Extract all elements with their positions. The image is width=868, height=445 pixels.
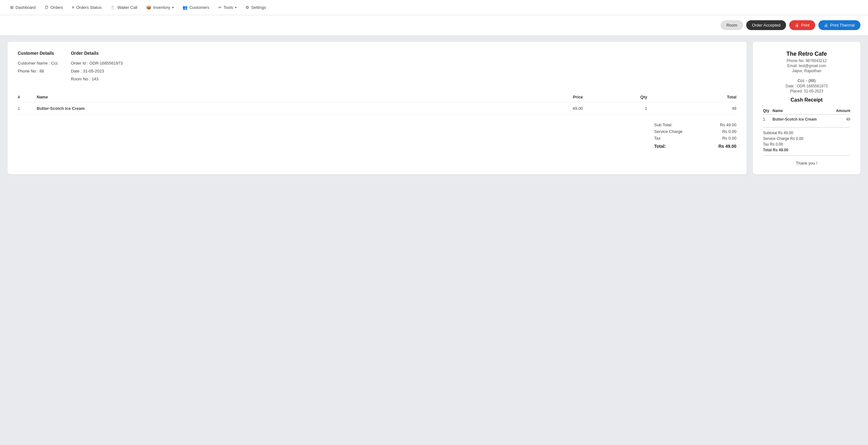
receipt-service: Service Charge Rs 0.00 (763, 137, 850, 141)
receipt-col-name: Name (772, 107, 831, 115)
receipt-phone-value: 9876543212 (806, 59, 827, 63)
print-icon: 🖨 (795, 23, 799, 28)
thermal-icon: 🖨 (824, 23, 828, 28)
customer-name-label: Customer Name : (18, 61, 51, 65)
nav-customers-label: Customers (189, 5, 209, 10)
print-button[interactable]: 🖨 Print (789, 20, 815, 30)
room-button[interactable]: Room (721, 20, 743, 30)
col-num: # (18, 92, 37, 102)
order-room-value: 143 (92, 77, 99, 81)
order-table-row: 1 Butter-Scotch Ice Cream 49.00 1 49 (18, 102, 736, 115)
receipt-placed-label: Placed: (790, 89, 804, 93)
nav-inventory[interactable]: 📦 Inventory ▾ (142, 3, 177, 12)
order-details-section: Order Details Order Id : ODR-1685561973 … (71, 51, 123, 85)
waiter-call-icon: 🍴 (111, 5, 116, 10)
service-row: Service Charge Rs 0.00 (654, 129, 736, 134)
receipt-placed: Placed: 31-05-2023 (763, 89, 850, 93)
receipt-card: The Retro Cafe Phone No: 9876543212 Emai… (753, 42, 860, 174)
receipt-cash-title: Cash Receipt (763, 97, 850, 103)
tools-arrow-icon: ▾ (235, 6, 237, 9)
receipt-cafe-name: The Retro Cafe (763, 51, 850, 57)
receipt-divider (763, 127, 850, 127)
receipt-col-qty: Qty (763, 107, 772, 115)
order-id-row: Order Id : ODR-1685561973 (71, 61, 123, 65)
receipt-divider-2 (763, 155, 850, 156)
nav-waiter-call-label: Waiter Call (117, 5, 137, 10)
dashboard-icon: ⊞ (10, 5, 13, 10)
main-content: Customer Details Customer Name : Ccc Pho… (0, 35, 868, 181)
item-total: 49 (647, 102, 736, 115)
order-date-row: Date : 31-05-2023 (71, 69, 123, 73)
totals-section: Sub Total: Rs 49.00 Service Charge Rs 0.… (18, 122, 736, 151)
service-label: Service Charge (654, 129, 683, 134)
order-top-section: Customer Details Customer Name : Ccc Pho… (18, 51, 736, 85)
tax-row: Tax Rs 0.00 (654, 136, 736, 141)
col-name: Name (37, 92, 487, 102)
receipt-col-amount: Amount (831, 107, 850, 115)
nav-dashboard-label: Dashboard (16, 5, 36, 10)
grand-total-row: Total: Rs 49.00 (654, 144, 736, 149)
customer-phone-label: Phone No : (18, 69, 39, 73)
action-bar: Room Order Accepted 🖨 Print 🖨 Print Ther… (0, 15, 868, 35)
nav-tools-label: Tools (224, 5, 233, 10)
receipt-items-table: Qty Name Amount 1 Butter-Scotch Ice Crea… (763, 107, 850, 124)
nav-settings[interactable]: ⚙ Settings (242, 3, 270, 12)
receipt-email: Email: test@gmail.com (763, 64, 850, 68)
customer-details-section: Customer Details Customer Name : Ccc Pho… (18, 51, 58, 85)
receipt-order-id: Date : ODR-1685561973 (763, 84, 850, 88)
grand-total-value: Rs 49.00 (718, 144, 736, 149)
order-items-table: # Name Price Qty Total 1 Butter-Scotch I… (18, 92, 736, 115)
customer-phone-value: 88 (39, 69, 44, 73)
service-value: Rs 0.00 (722, 129, 736, 134)
nav-orders[interactable]: 🗒 Orders (41, 3, 67, 12)
receipt-totals: Subtotal Rs 49.00 Service Charge Rs 0.00… (763, 131, 850, 152)
tax-label: Tax (654, 136, 660, 141)
receipt-item-amount: 49 (831, 115, 850, 124)
nav-orders-label: Orders (51, 5, 63, 10)
col-total: Total (647, 92, 736, 102)
nav-waiter-call[interactable]: 🍴 Waiter Call (106, 3, 141, 12)
orders-icon: 🗒 (44, 5, 49, 10)
receipt-subtotal: Subtotal Rs 49.00 (763, 131, 850, 135)
subtotal-row: Sub Total: Rs 49.00 (654, 122, 736, 127)
receipt-item-qty: 1 (763, 115, 772, 124)
nav-customers[interactable]: 👥 Customers (179, 3, 213, 12)
item-num: 1 (18, 102, 37, 115)
receipt-order-id-value: ODR-1685561973 (797, 84, 828, 88)
receipt-email-value: test@gmail.com (799, 64, 826, 68)
receipt-date-label: Date : (786, 84, 797, 88)
order-date-label: Date : (71, 69, 83, 73)
customer-name-row: Customer Name : Ccc (18, 61, 58, 65)
customer-phone-row: Phone No : 88 (18, 69, 58, 73)
receipt-location: Jaipur, Rajasthan (763, 69, 850, 73)
item-price: 49.00 (487, 102, 583, 115)
col-qty: Qty (583, 92, 647, 102)
nav-dashboard[interactable]: ⊞ Dashboard (6, 3, 39, 12)
receipt-phone-label: Phone No: (787, 59, 806, 63)
order-accepted-button[interactable]: Order Accepted (746, 20, 786, 30)
receipt-customer-section: Ccc - (88) Date : ODR-1685561973 Placed:… (763, 78, 850, 93)
nav-orders-status[interactable]: ≡ Orders Status (68, 3, 105, 12)
receipt-placed-date: 31-05-2023 (804, 89, 823, 93)
receipt-total: Total Rs 49.00 (763, 148, 850, 152)
subtotal-label: Sub Total: (654, 122, 673, 127)
inventory-icon: 📦 (146, 5, 151, 10)
receipt-item-name: Butter-Scotch Ice Cream (772, 115, 831, 124)
nav-tools[interactable]: ✂ Tools ▾ (214, 3, 240, 12)
nav-orders-status-label: Orders Status (76, 5, 101, 10)
order-id-label: Order Id : (71, 61, 90, 65)
receipt-tax: Tax Rs 0.00 (763, 142, 850, 147)
inventory-arrow-icon: ▾ (172, 6, 174, 9)
item-qty: 1 (583, 102, 647, 115)
item-name: Butter-Scotch Ice Cream (37, 102, 487, 115)
receipt-thank-you: Thank you ! (763, 161, 850, 166)
print-label: Print (801, 23, 809, 28)
subtotal-value: Rs 49.00 (720, 122, 736, 127)
settings-icon: ⚙ (245, 5, 249, 10)
order-room-row: Room No : 143 (71, 77, 123, 81)
order-date-value: 31-05-2023 (83, 69, 104, 73)
receipt-header: The Retro Cafe Phone No: 9876543212 Emai… (763, 51, 850, 73)
order-card: Customer Details Customer Name : Ccc Pho… (8, 42, 747, 174)
receipt-customer-name: Ccc - (88) (763, 78, 850, 83)
print-thermal-button[interactable]: 🖨 Print Thermal (818, 20, 860, 30)
